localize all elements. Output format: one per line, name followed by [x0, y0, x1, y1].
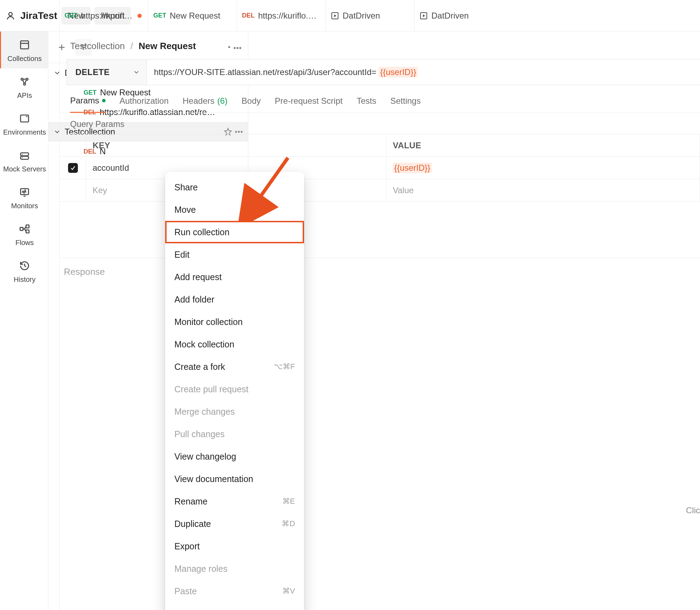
rail-environments[interactable]: Environments — [0, 105, 48, 142]
params-indicator-icon — [102, 99, 106, 102]
menu-paste: Paste⌘V — [165, 580, 304, 602]
history-icon — [18, 259, 31, 272]
breadcrumb-current: New Request — [139, 41, 196, 52]
runner-icon — [331, 12, 339, 20]
svg-point-7 — [26, 116, 28, 117]
menu-monitor-collection[interactable]: Monitor collection — [165, 311, 304, 333]
menu-add-request[interactable]: Add request — [165, 266, 304, 288]
dirty-indicator — [137, 14, 142, 18]
param-value[interactable]: {{userID}} — [386, 157, 700, 179]
svg-rect-6 — [21, 115, 29, 122]
svg-point-0 — [9, 12, 12, 16]
svg-point-5 — [23, 83, 26, 85]
params-row[interactable]: accountId {{userID}} — [60, 157, 700, 179]
rail-apis[interactable]: APIs — [0, 68, 48, 105]
left-nav-rail: JiraTest New Import Collections APIs E — [0, 0, 60, 610]
menu-merge-changes: Merge changes — [165, 400, 304, 423]
environments-icon — [18, 112, 31, 125]
subtab-params[interactable]: Params — [70, 96, 106, 113]
apis-icon — [18, 75, 31, 88]
svg-rect-15 — [26, 225, 29, 228]
subtab-authorization[interactable]: Authorization — [120, 96, 169, 113]
subtab-body[interactable]: Body — [242, 96, 261, 113]
menu-mock-collection[interactable]: Mock collection — [165, 333, 304, 355]
tab[interactable]: GET https://kuriflo.a — [60, 0, 148, 31]
svg-point-3 — [21, 78, 23, 80]
workspace-name: JiraTest — [20, 10, 57, 21]
rail-monitors[interactable]: Monitors — [0, 179, 48, 216]
svg-point-4 — [26, 78, 28, 80]
request-subtabs: Params Authorization Headers (6) Body Pr… — [60, 87, 700, 113]
user-icon — [6, 11, 15, 21]
params-header-row: KEY VALUE — [60, 134, 700, 157]
menu-view-changelog[interactable]: View changelog — [165, 445, 304, 468]
tab[interactable]: GET New Request — [148, 0, 237, 31]
menu-create-pull-request: Create pull request — [165, 378, 304, 400]
svg-point-11 — [22, 157, 23, 158]
menu-manage-roles: Manage roles — [165, 557, 304, 580]
menu-rename[interactable]: Rename⌘E — [165, 490, 304, 513]
rail-collections[interactable]: Collections — [0, 32, 48, 68]
flows-icon — [18, 223, 31, 235]
erase-icon — [286, 609, 295, 610]
subtab-headers[interactable]: Headers (6) — [183, 96, 228, 113]
rail-history[interactable]: History — [0, 252, 48, 289]
col-key: KEY — [86, 134, 386, 156]
response-panel-label: Response — [60, 258, 700, 286]
menu-duplicate[interactable]: Duplicate⌘D — [165, 513, 304, 535]
row-checkbox[interactable] — [68, 163, 78, 173]
menu-run-collection[interactable]: Run collection — [165, 221, 304, 243]
subtab-settings[interactable]: Settings — [390, 96, 421, 113]
method-dropdown[interactable]: DELETE — [67, 60, 147, 85]
svg-rect-8 — [21, 153, 29, 156]
params-table: KEY VALUE accountId {{userID}} Key Value — [60, 134, 700, 202]
rail-mock-servers[interactable]: Mock Servers — [0, 142, 48, 179]
param-value-placeholder[interactable]: Value — [386, 179, 700, 201]
mock-servers-icon — [18, 149, 31, 162]
svg-rect-14 — [20, 228, 23, 231]
menu-edit[interactable]: Edit — [165, 243, 304, 266]
main-panel: GET https://kuriflo.a GET New Request DE… — [60, 0, 700, 610]
request-bar: DELETE https://YOUR-SITE.atlassian.net/r… — [67, 59, 700, 85]
runner-icon — [419, 12, 428, 20]
svg-rect-9 — [21, 156, 29, 160]
menu-share[interactable]: Share — [165, 176, 304, 198]
monitors-icon — [18, 186, 31, 198]
workspace-selector[interactable]: JiraTest — [6, 10, 57, 21]
menu-delete[interactable]: Delete — [165, 602, 304, 610]
menu-move[interactable]: Move — [165, 198, 304, 221]
tab-runner[interactable]: DatDriven — [326, 0, 415, 31]
menu-create-fork[interactable]: Create a fork⌥⌘F — [165, 355, 304, 378]
svg-rect-1 — [21, 41, 29, 49]
context-menu: Share Move Run collection Edit Add reque… — [165, 172, 304, 610]
svg-marker-33 — [334, 14, 336, 17]
menu-add-folder[interactable]: Add folder — [165, 288, 304, 311]
breadcrumb-parent[interactable]: Testcollection — [70, 41, 125, 52]
menu-view-documentation[interactable]: View documentation — [165, 468, 304, 490]
chevron-down-icon — [133, 68, 140, 76]
params-row-empty[interactable]: Key Value — [60, 179, 700, 202]
col-value: VALUE — [386, 134, 700, 156]
subtab-prerequest[interactable]: Pre-request Script — [275, 96, 343, 113]
svg-point-10 — [22, 154, 23, 155]
tab[interactable]: DEL https://kuriflo.atla — [237, 0, 326, 31]
footer-hint: Clic — [686, 506, 700, 515]
breadcrumb: Testcollection / New Request — [60, 32, 700, 59]
svg-marker-35 — [423, 14, 425, 17]
menu-export[interactable]: Export — [165, 535, 304, 557]
query-params-title: Query Params — [60, 113, 700, 134]
svg-rect-16 — [26, 230, 29, 233]
rail-flows[interactable]: Flows — [0, 216, 48, 252]
subtab-tests[interactable]: Tests — [357, 96, 376, 113]
tab-runner[interactable]: DatDriven — [415, 0, 503, 31]
menu-pull-changes: Pull changes — [165, 423, 304, 445]
collections-icon — [18, 39, 31, 51]
tab-bar: GET https://kuriflo.a GET New Request DE… — [60, 0, 700, 32]
url-input[interactable]: https://YOUR-SITE.atlassian.net/rest/api… — [147, 60, 700, 85]
